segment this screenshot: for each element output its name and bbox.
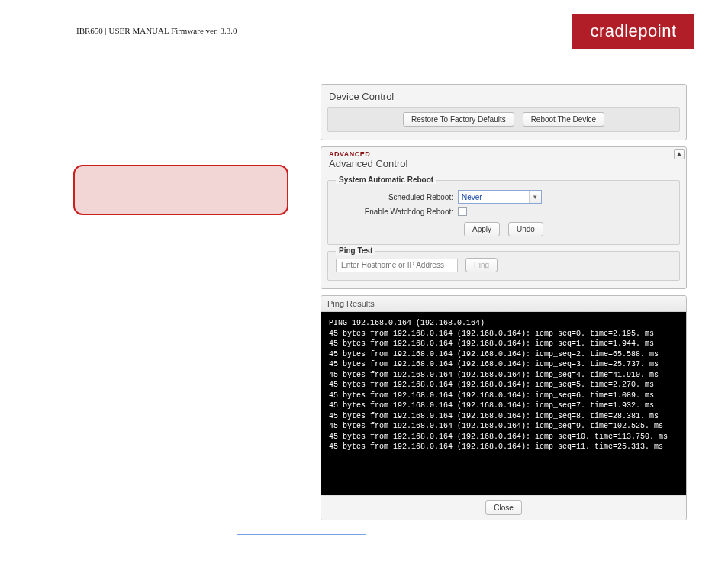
ping-button[interactable]: Ping: [465, 258, 498, 272]
ping-results-title: Ping Results: [321, 296, 686, 312]
scheduled-reboot-select[interactable]: Never ▾: [458, 190, 542, 204]
reboot-device-button[interactable]: Reboot The Device: [523, 112, 604, 127]
scheduled-reboot-label: Scheduled Reboot:: [336, 193, 458, 201]
chevron-down-icon: ▾: [529, 191, 541, 203]
doc-header-title: IBR650 | USER MANUAL Firmware ver. 3.3.0: [76, 26, 237, 35]
app-window: Device Control Restore To Factory Defaul…: [321, 84, 687, 520]
scheduled-reboot-value: Never: [459, 193, 529, 201]
ping-test-fieldset: Ping Test Ping: [327, 251, 680, 281]
ping-test-legend: Ping Test: [336, 246, 375, 255]
close-button[interactable]: Close: [485, 500, 522, 515]
auto-reboot-legend: System Automatic Reboot: [336, 175, 436, 184]
auto-reboot-fieldset: System Automatic Reboot Scheduled Reboot…: [327, 180, 680, 245]
brand-logo: cradlepoint: [572, 14, 694, 49]
apply-button[interactable]: Apply: [464, 222, 500, 236]
advanced-control-panel: ▲ ADVANCED Advanced Control System Autom…: [321, 146, 687, 289]
device-control-body: Restore To Factory Defaults Reboot The D…: [327, 107, 680, 132]
restore-defaults-button[interactable]: Restore To Factory Defaults: [403, 112, 514, 127]
ping-results-terminal[interactable]: PING 192.168.0.164 (192.168.0.164) 45 by…: [321, 312, 686, 495]
ping-host-input[interactable]: [336, 259, 458, 272]
footer-underline: [237, 534, 366, 535]
advanced-control-title: Advanced Control: [327, 158, 680, 174]
watchdog-reboot-label: Enable Watchdog Reboot:: [336, 208, 458, 216]
ping-results-panel: Ping Results PING 192.168.0.164 (192.168…: [321, 295, 687, 520]
chevron-up-icon: ▲: [675, 150, 683, 158]
device-control-panel: Device Control Restore To Factory Defaul…: [321, 84, 687, 140]
undo-button[interactable]: Undo: [508, 222, 543, 236]
advanced-tag: ADVANCED: [327, 150, 680, 158]
device-control-title: Device Control: [327, 89, 680, 107]
annotation-box: [73, 165, 288, 215]
collapse-button[interactable]: ▲: [674, 149, 685, 159]
watchdog-reboot-checkbox[interactable]: [458, 207, 467, 216]
